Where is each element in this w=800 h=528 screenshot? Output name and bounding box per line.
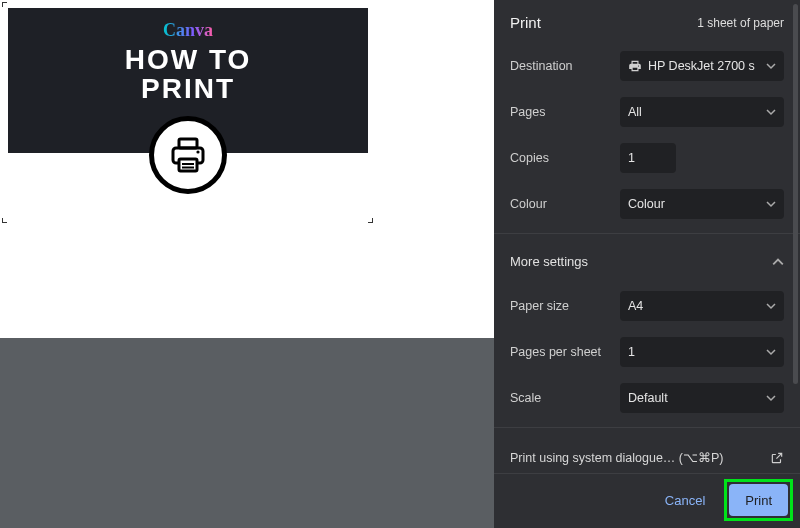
crop-mark	[368, 218, 373, 223]
chevron-down-icon	[766, 107, 776, 117]
chevron-down-icon	[766, 393, 776, 403]
print-dialog: Canva HOW TO PRINT	[0, 0, 800, 528]
panel-header: Print 1 sheet of paper	[494, 0, 800, 43]
print-button-highlight: Print	[729, 484, 788, 516]
scale-row: Scale Default	[494, 375, 800, 421]
paper-size-row: Paper size A4	[494, 283, 800, 329]
colour-row: Colour Colour	[494, 181, 800, 227]
print-button[interactable]: Print	[729, 484, 788, 516]
panel-footer: Cancel Print	[494, 473, 800, 528]
chevron-down-icon	[766, 347, 776, 357]
chevron-down-icon	[766, 199, 776, 209]
canva-logo: Canva	[163, 20, 213, 41]
crop-mark	[2, 2, 7, 7]
paper-size-value: A4	[628, 299, 643, 313]
preview-title-line2: PRINT	[141, 73, 235, 104]
more-settings-toggle[interactable]: More settings	[494, 240, 800, 283]
pages-value: All	[628, 105, 642, 119]
scale-select[interactable]: Default	[620, 383, 784, 413]
paper-size-select[interactable]: A4	[620, 291, 784, 321]
preview-title: HOW TO PRINT	[125, 45, 252, 104]
pages-per-sheet-row: Pages per sheet 1	[494, 329, 800, 375]
printer-mini-icon	[628, 59, 642, 73]
copies-row: Copies	[494, 135, 800, 181]
pages-per-sheet-value: 1	[628, 345, 635, 359]
scale-value: Default	[628, 391, 668, 405]
divider	[494, 427, 800, 428]
chevron-up-icon	[772, 256, 784, 268]
crop-mark	[2, 218, 7, 223]
printer-icon	[149, 116, 227, 194]
system-dialog-label: Print using system dialogue… (⌥⌘P)	[510, 450, 724, 465]
pages-select[interactable]: All	[620, 97, 784, 127]
pages-label: Pages	[510, 105, 620, 119]
copies-input[interactable]	[620, 143, 676, 173]
print-preview: Canva HOW TO PRINT	[0, 0, 494, 338]
scrollbar[interactable]	[793, 4, 798, 384]
scale-label: Scale	[510, 391, 620, 405]
preview-title-line1: HOW TO	[125, 44, 252, 75]
cancel-button[interactable]: Cancel	[649, 484, 721, 516]
pages-row: Pages All	[494, 89, 800, 135]
system-dialog-link[interactable]: Print using system dialogue… (⌥⌘P)	[494, 434, 800, 473]
copies-label: Copies	[510, 151, 620, 165]
more-settings-label: More settings	[510, 254, 588, 269]
colour-label: Colour	[510, 197, 620, 211]
preview-column: Canva HOW TO PRINT	[0, 0, 494, 528]
open-external-icon	[770, 451, 784, 465]
pages-per-sheet-label: Pages per sheet	[510, 345, 620, 359]
destination-label: Destination	[510, 59, 620, 73]
destination-value: HP DeskJet 2700 s	[648, 59, 755, 73]
sheet-count: 1 sheet of paper	[697, 16, 784, 30]
pages-per-sheet-select[interactable]: 1	[620, 337, 784, 367]
paper-size-label: Paper size	[510, 299, 620, 313]
chevron-down-icon	[766, 61, 776, 71]
chevron-down-icon	[766, 301, 776, 311]
destination-select[interactable]: HP DeskJet 2700 s	[620, 51, 784, 81]
divider	[494, 233, 800, 234]
colour-select[interactable]: Colour	[620, 189, 784, 219]
colour-value: Colour	[628, 197, 665, 211]
preview-page: Canva HOW TO PRINT	[8, 8, 368, 218]
destination-row: Destination HP DeskJet 2700 s	[494, 43, 800, 89]
panel-title: Print	[510, 14, 541, 31]
settings-panel: Print 1 sheet of paper Destination HP De…	[494, 0, 800, 528]
svg-point-5	[196, 150, 199, 153]
